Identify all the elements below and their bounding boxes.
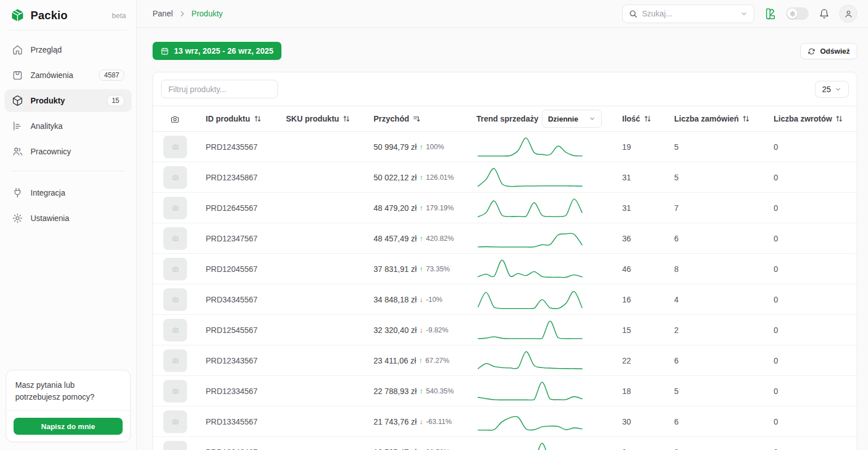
- product-id: PRD12334567: [206, 387, 286, 396]
- trend-up-arrow-icon: ↑: [419, 173, 423, 181]
- table-row[interactable]: PRD1234586750 022,12 zł↑126.01%3150: [153, 162, 857, 193]
- product-id: PRD12345867: [206, 173, 286, 182]
- global-search[interactable]: [622, 5, 754, 23]
- product-id: PRD12545567: [206, 326, 286, 335]
- sidebar-item-label: Produkty: [31, 96, 65, 105]
- table-row[interactable]: PRD1254556732 320,40 zł↓-9.82%1520: [153, 315, 857, 345]
- revenue-value: 37 831,91 zł: [374, 265, 416, 274]
- refresh-button[interactable]: Odśwież: [800, 43, 857, 59]
- sidebar-nav: PrzeglądZamówienia4587Produkty15Analityk…: [0, 31, 136, 230]
- table-row[interactable]: PRD1204556737 831,91 zł↑73.35%4680: [153, 254, 857, 284]
- filter-products-input[interactable]: [161, 80, 278, 98]
- sidebar-item-przeglad[interactable]: Przegląd: [5, 38, 132, 61]
- table-row[interactable]: PRD1233456722 788,93 zł↑540.35%1850: [153, 376, 857, 406]
- quantity-value: 36: [622, 234, 674, 243]
- column-revenue-sort[interactable]: Przychód: [374, 114, 476, 123]
- sidebar-item-produkty[interactable]: Produkty15: [5, 89, 132, 112]
- returns-count: 0: [774, 234, 847, 243]
- trend-up-arrow-icon: ↑: [419, 234, 423, 243]
- returns-count: 0: [774, 142, 847, 152]
- table-row[interactable]: PRD1243556750 994,79 zł↑100%1950: [153, 132, 857, 162]
- beta-label: beta: [112, 11, 126, 20]
- sales-trend-sparkline: [476, 319, 584, 341]
- sales-trend-sparkline: [476, 349, 584, 372]
- chevron-right-icon: [179, 10, 186, 18]
- camera-icon: [172, 265, 179, 272]
- returns-count: 0: [774, 326, 847, 335]
- sales-trend-sparkline: [476, 227, 584, 250]
- page-size-select[interactable]: 25: [815, 81, 849, 98]
- orders-icon: [12, 70, 23, 81]
- theme-toggle[interactable]: [786, 7, 809, 20]
- orders-count: 8: [674, 265, 774, 274]
- trend-period-select[interactable]: Dziennie: [542, 110, 602, 128]
- orders-count: 5: [674, 387, 774, 396]
- product-image-placeholder: [163, 410, 187, 433]
- trend-up-arrow-icon: ↑: [419, 204, 423, 212]
- sales-trend-sparkline: [476, 288, 584, 311]
- orders-count: 6: [674, 356, 774, 365]
- sort-icon: [835, 115, 843, 123]
- user-avatar[interactable]: [839, 5, 857, 23]
- sidebar-item-pracownicy[interactable]: Pracownicy: [5, 140, 132, 163]
- camera-icon: [170, 114, 180, 124]
- date-range-button[interactable]: 13 wrz, 2025 - 26 wrz, 2025: [153, 42, 281, 60]
- help-text: Masz pytania lub potrzebujesz pomocy?: [6, 370, 130, 411]
- sales-trend-sparkline: [476, 258, 584, 280]
- trend-down-arrow-icon: ↓: [419, 295, 423, 304]
- returns-count: 0: [774, 387, 847, 396]
- revenue-change-percent: -9.82%: [426, 326, 449, 334]
- camera-icon: [172, 418, 179, 425]
- returns-count: 0: [774, 204, 847, 213]
- table-row[interactable]: PRD1234756748 457,49 zł↑420.82%3660: [153, 223, 857, 254]
- returns-count: 0: [774, 448, 847, 450]
- plug-icon: [12, 187, 23, 198]
- revenue-change-percent: 126.01%: [426, 174, 454, 181]
- contact-me-button[interactable]: Napisz do mnie: [14, 418, 123, 435]
- table-row[interactable]: PRD1234356723 411,06 zł↑67.27%2260: [153, 345, 857, 376]
- quantity-value: 9: [622, 448, 674, 450]
- product-image-placeholder: [163, 258, 187, 280]
- help-card: Masz pytania lub potrzebujesz pomocy? Na…: [6, 370, 131, 442]
- sales-trend-sparkline: [476, 380, 584, 403]
- sidebar-item-label: Zamówienia: [31, 71, 73, 80]
- sidebar: Packio beta PrzeglądZamówienia4587Produk…: [0, 0, 137, 450]
- column-trend: Trend sprzedaży Dziennie: [476, 110, 622, 128]
- swatchbook-icon[interactable]: [763, 6, 778, 21]
- sidebar-item-ustawienia[interactable]: Ustawienia: [5, 207, 132, 230]
- sidebar-item-analityka[interactable]: Analityka: [5, 115, 132, 137]
- quantity-value: 31: [622, 173, 674, 182]
- quantity-value: 30: [622, 417, 674, 426]
- revenue-value: 32 320,40 zł: [374, 326, 416, 335]
- notifications-bell-icon[interactable]: [817, 7, 831, 20]
- sidebar-item-integracja[interactable]: Integracja: [5, 181, 132, 204]
- chevron-down-icon: [740, 10, 748, 18]
- column-qty-sort[interactable]: Ilość: [622, 114, 674, 123]
- quantity-value: 31: [622, 204, 674, 213]
- column-returns-sort[interactable]: Liczba zwrotów: [774, 114, 847, 123]
- trend-down-arrow-icon: ↓: [419, 417, 423, 426]
- column-sku-sort[interactable]: SKU produktu: [286, 114, 374, 123]
- table-row[interactable]: PRD1334556721 743,76 zł↓-63.11%3060: [153, 406, 857, 437]
- table-row[interactable]: PRD1234346716 535,47 zł↑98.52%920: [153, 437, 857, 450]
- calendar-icon: [160, 47, 169, 55]
- sales-trend-sparkline: [476, 441, 584, 450]
- sort-icon: [342, 115, 350, 123]
- home-icon: [12, 44, 23, 55]
- column-orders-sort[interactable]: Liczba zamówień: [674, 114, 774, 123]
- revenue-value: 50 022,12 zł: [374, 173, 416, 182]
- search-input[interactable]: [642, 9, 736, 18]
- revenue-change-percent: 67.27%: [426, 357, 449, 365]
- revenue-value: 34 848,18 zł: [374, 295, 416, 304]
- breadcrumb-produkty[interactable]: Produkty: [192, 9, 223, 18]
- orders-count: 5: [674, 142, 774, 152]
- camera-icon: [172, 235, 179, 242]
- gear-icon: [12, 213, 23, 224]
- sidebar-item-zamowienia[interactable]: Zamówienia4587: [5, 64, 132, 86]
- orders-count: 5: [674, 173, 774, 182]
- column-id-sort[interactable]: ID produktu: [206, 114, 286, 123]
- revenue-value: 22 788,93 zł: [374, 387, 416, 396]
- table-row[interactable]: PRD3434556734 848,18 zł↓-10%1640: [153, 284, 857, 315]
- breadcrumb-panel[interactable]: Panel: [153, 9, 173, 18]
- table-row[interactable]: PRD1264556748 479,20 zł↑179.19%3170: [153, 193, 857, 223]
